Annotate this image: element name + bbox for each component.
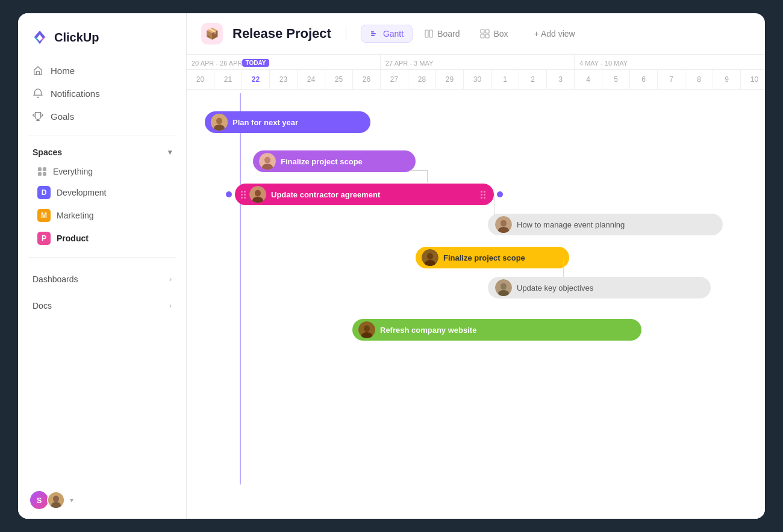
drag-handle-icon xyxy=(241,191,246,199)
space-development[interactable]: D Development xyxy=(23,181,181,204)
svg-rect-3 xyxy=(43,172,46,176)
day-cell-23: 23 xyxy=(270,70,298,89)
project-icon: 📦 xyxy=(201,23,223,45)
connector-dot-left xyxy=(226,191,232,197)
docs-section[interactable]: Docs › xyxy=(18,294,186,318)
project-title: Release Project xyxy=(232,26,331,42)
tab-gantt-label: Gantt xyxy=(383,29,404,39)
view-tabs: Gantt Board Box xyxy=(361,25,517,43)
nav-notifications[interactable]: Notifications xyxy=(25,82,179,105)
sidebar: ClickUp Home Notifications xyxy=(18,13,187,519)
week-label-2: 27 APR - 3 MAY xyxy=(381,55,575,69)
task-refresh-label: Refresh company website xyxy=(380,326,476,335)
header-divider xyxy=(346,26,346,41)
nav-goals-label: Goals xyxy=(51,111,74,122)
development-badge: D xyxy=(37,186,51,199)
user-avatar-s: S xyxy=(30,491,48,509)
svg-rect-13 xyxy=(485,29,489,33)
gantt-days-row: 202122TODAY23242526272829301234567891011… xyxy=(187,70,765,90)
day-cell-28: 28 xyxy=(408,70,436,89)
svg-rect-11 xyxy=(429,30,432,37)
svg-rect-14 xyxy=(481,34,484,38)
day-cell-8: 8 xyxy=(685,70,713,89)
drag-handle-right-icon xyxy=(481,191,485,199)
tab-board[interactable]: Board xyxy=(415,25,469,43)
gantt-week-labels: 20 APR - 26 APR 27 APR - 3 MAY 4 MAY - 1… xyxy=(187,55,765,70)
logo-text: ClickUp xyxy=(54,31,99,45)
svg-point-30 xyxy=(501,220,507,227)
task-avatar-5 xyxy=(422,249,438,266)
connector-dot-right xyxy=(497,191,503,197)
nav-notifications-label: Notifications xyxy=(51,88,100,99)
space-marketing[interactable]: M Marketing xyxy=(23,204,181,227)
sidebar-logo: ClickUp xyxy=(18,13,186,59)
user-avatar-img xyxy=(47,491,65,509)
task-plan-next-year[interactable]: Plan for next year xyxy=(205,111,370,133)
sidebar-nav: Home Notifications Goals xyxy=(18,59,186,128)
task-avatar-6 xyxy=(495,279,512,296)
task-finalize-label-2: Finalize project scope xyxy=(443,253,525,262)
task-plan-label: Plan for next year xyxy=(232,118,298,127)
header: 📦 Release Project Gantt xyxy=(187,13,765,55)
day-cell-22: 22TODAY xyxy=(242,70,270,89)
task-contractor[interactable]: Update contractor agreement xyxy=(235,184,494,205)
spaces-label: Spaces xyxy=(33,147,62,157)
home-icon xyxy=(33,65,43,76)
marketing-badge: M xyxy=(37,209,51,222)
gantt-icon xyxy=(370,29,379,39)
day-cell-6: 6 xyxy=(630,70,658,89)
svg-rect-15 xyxy=(485,34,489,38)
task-event-planning[interactable]: How to manage event planning xyxy=(488,214,723,235)
space-development-label: Development xyxy=(57,188,107,197)
sidebar-divider xyxy=(28,135,176,135)
nav-goals[interactable]: Goals xyxy=(25,105,179,128)
day-cell-3: 3 xyxy=(547,70,575,89)
svg-point-33 xyxy=(427,253,433,260)
task-avatar-1 xyxy=(211,114,228,131)
box-icon xyxy=(480,29,490,39)
trophy-icon xyxy=(33,111,43,122)
tab-box[interactable]: Box xyxy=(471,25,517,43)
task-update-objectives[interactable]: Update key objectives xyxy=(488,277,711,298)
sidebar-user[interactable]: S ▾ xyxy=(18,481,186,519)
task-finalize-scope-2[interactable]: Finalize project scope xyxy=(416,247,569,268)
chevron-down-icon[interactable]: ▾ xyxy=(168,148,172,156)
svg-point-38 xyxy=(501,283,507,290)
today-badge: TODAY xyxy=(242,59,270,67)
day-cell-29: 29 xyxy=(436,70,464,89)
add-view-label: + Add view xyxy=(534,29,575,39)
svg-point-25 xyxy=(255,190,261,197)
tab-gantt[interactable]: Gantt xyxy=(361,25,413,43)
user-dropdown-icon[interactable]: ▾ xyxy=(70,496,73,504)
svg-rect-0 xyxy=(38,167,42,171)
day-cell-4: 4 xyxy=(575,70,602,89)
day-cell-5: 5 xyxy=(602,70,630,89)
svg-rect-1 xyxy=(43,167,46,171)
nav-home[interactable]: Home xyxy=(25,59,179,82)
task-refresh-website[interactable]: Refresh company website xyxy=(352,319,641,341)
dashboards-section[interactable]: Dashboards › xyxy=(18,267,186,291)
today-vertical-line xyxy=(240,93,241,484)
task-finalize-scope-1[interactable]: Finalize project scope xyxy=(253,150,416,172)
svg-rect-2 xyxy=(38,172,42,176)
svg-rect-10 xyxy=(425,30,428,37)
week-label-3: 4 MAY - 10 MAY xyxy=(575,55,765,69)
day-cell-30: 30 xyxy=(464,70,491,89)
svg-rect-12 xyxy=(481,29,484,33)
task-avatar-7 xyxy=(358,321,375,338)
task-avatar-4 xyxy=(495,216,512,233)
dashboards-arrow-icon: › xyxy=(169,275,172,283)
space-product[interactable]: P Product xyxy=(23,227,181,250)
user-initial: S xyxy=(37,496,42,505)
day-cell-1: 1 xyxy=(491,70,519,89)
add-view-button[interactable]: + Add view xyxy=(527,25,582,42)
space-everything[interactable]: Everything xyxy=(23,162,181,181)
task-avatar-3 xyxy=(249,186,266,203)
clickup-logo-icon xyxy=(30,28,49,47)
space-everything-label: Everything xyxy=(53,167,93,176)
task-update-objectives-label: Update key objectives xyxy=(517,283,593,292)
app-container: ClickUp Home Notifications xyxy=(18,13,765,519)
nav-home-label: Home xyxy=(51,66,75,76)
day-cell-2: 2 xyxy=(519,70,547,89)
svg-rect-9 xyxy=(371,35,375,36)
